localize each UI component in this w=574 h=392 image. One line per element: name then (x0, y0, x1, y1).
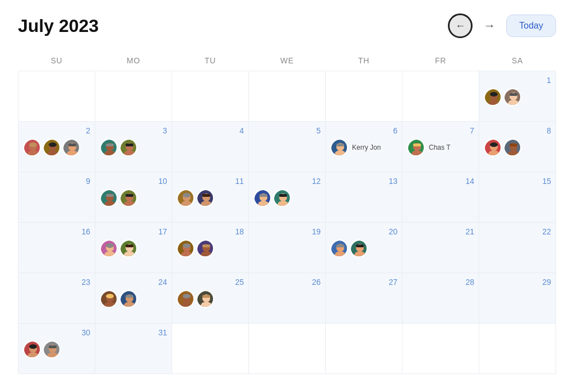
event-avatars (330, 239, 397, 257)
calendar-cell[interactable]: 29 (479, 273, 556, 324)
calendar-header: July 2023 ← → Today (18, 13, 556, 38)
month-title: July 2023 (18, 16, 99, 36)
calendar-cell[interactable]: 1 (479, 71, 556, 122)
calendar-cell[interactable]: 21 (402, 223, 479, 273)
calendar-cell (479, 324, 556, 374)
avatar (196, 290, 214, 308)
calendar-cell[interactable]: 27 (326, 273, 402, 324)
avatar (503, 88, 521, 106)
calendar-cell[interactable]: 25 (172, 273, 249, 324)
avatar (484, 88, 502, 106)
svg-rect-18 (68, 144, 76, 146)
calendar-cell (18, 71, 95, 122)
calendar-cell (95, 71, 172, 122)
date-number: 30 (23, 328, 90, 337)
svg-rect-58 (202, 194, 210, 197)
avatar (350, 239, 368, 257)
calendar-cell[interactable]: 17 (95, 223, 172, 273)
calendar-cell (172, 71, 249, 122)
date-number: 25 (177, 278, 244, 287)
weekday-header: MO (95, 52, 172, 71)
date-number: 10 (100, 177, 167, 186)
svg-point-102 (183, 294, 191, 298)
calendar-cell[interactable]: 26 (249, 273, 326, 324)
date-number: 1 (484, 76, 551, 85)
svg-point-2 (490, 92, 498, 96)
calendar-cell[interactable]: 8 (479, 122, 556, 172)
avatar (177, 189, 195, 207)
svg-point-38 (490, 142, 498, 147)
svg-rect-26 (126, 144, 133, 146)
date-number: 9 (23, 177, 90, 186)
svg-point-110 (29, 344, 37, 349)
weekday-header: SA (479, 52, 556, 71)
event-label: Kerry Jon (352, 144, 381, 151)
svg-point-94 (106, 294, 114, 298)
svg-rect-90 (356, 245, 364, 247)
prev-month-button[interactable]: ← (448, 13, 473, 38)
avatar (503, 139, 521, 156)
calendar-cell[interactable]: 16 (18, 223, 95, 273)
event-label: Chas T (429, 144, 450, 151)
calendar-cell[interactable]: 7 Chas T (402, 122, 479, 172)
date-number: 5 (253, 126, 321, 135)
avatar (100, 139, 118, 156)
calendar-cell (249, 71, 326, 122)
svg-rect-42 (510, 144, 517, 146)
calendar-cell[interactable]: 14 (402, 172, 479, 223)
calendar-cell[interactable]: 3 (95, 122, 172, 172)
svg-rect-22 (106, 144, 114, 146)
avatar (407, 139, 425, 156)
avatar (43, 340, 61, 358)
svg-point-70 (106, 243, 114, 248)
calendar-cell[interactable]: 22 (479, 223, 556, 273)
svg-rect-46 (106, 194, 114, 197)
date-number: 4 (177, 126, 244, 135)
nav-controls: ← → Today (448, 13, 556, 38)
next-month-button[interactable]: → (477, 13, 502, 38)
calendar-cell[interactable]: 11 (172, 172, 249, 223)
calendar-cell (402, 71, 479, 122)
calendar-cell[interactable]: 12 (249, 172, 326, 223)
calendar-cell (172, 324, 249, 374)
calendar-cell[interactable]: 24 (95, 273, 172, 324)
event-avatars (100, 290, 167, 308)
event-avatars: Kerry Jon (330, 139, 397, 156)
calendar-cell[interactable]: 13 (326, 172, 402, 223)
avatar (119, 290, 137, 308)
avatar (177, 290, 195, 308)
calendar-cell[interactable]: 10 (95, 172, 172, 223)
calendar-cell[interactable]: 31 (95, 324, 172, 374)
svg-point-78 (183, 243, 191, 248)
svg-rect-98 (126, 295, 133, 298)
date-number: 7 (407, 126, 474, 135)
calendar-cell[interactable]: 19 (249, 223, 326, 273)
calendar-cell[interactable]: 23 (18, 273, 95, 324)
event-avatars (100, 189, 167, 207)
weekday-header: TU (172, 52, 249, 71)
calendar-cell[interactable]: 4 (172, 122, 249, 172)
event-avatars (177, 189, 244, 207)
calendar-cell[interactable]: 30 (18, 324, 95, 374)
calendar-cell[interactable]: 18 (172, 223, 249, 273)
avatar (43, 139, 61, 156)
calendar-cell[interactable]: 5 (249, 122, 326, 172)
calendar-cell[interactable]: 15 (479, 172, 556, 223)
avatar (100, 189, 118, 207)
calendar-cell[interactable]: 6 Kerry Jon (326, 122, 402, 172)
calendar-cell[interactable]: 9 (18, 172, 95, 223)
event-avatars (23, 139, 90, 156)
date-number: 12 (253, 177, 321, 186)
date-number: 17 (100, 227, 167, 236)
avatar (100, 239, 118, 257)
today-button[interactable]: Today (506, 15, 556, 37)
event-avatars: Chas T (407, 139, 474, 156)
avatar (196, 189, 214, 207)
weekday-header: FR (402, 52, 479, 71)
svg-rect-34 (413, 144, 421, 146)
calendar-cell[interactable]: 28 (402, 273, 479, 324)
avatar (330, 239, 348, 257)
calendar-cell[interactable]: 20 (326, 223, 402, 273)
svg-point-54 (183, 193, 191, 197)
calendar-cell[interactable]: 2 (18, 122, 95, 172)
